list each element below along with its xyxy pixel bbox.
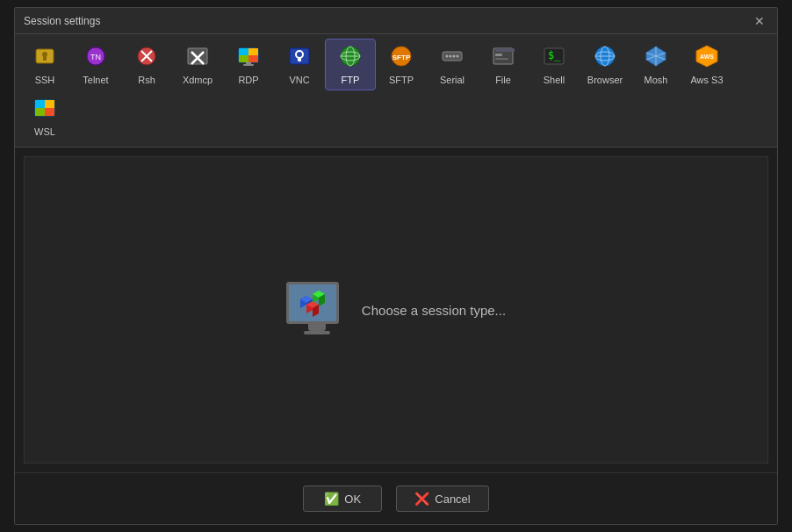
telnet-icon: TN	[83, 44, 108, 72]
toolbar-item-mosh[interactable]: Mosh	[630, 39, 681, 90]
wsl-label: WSL	[34, 126, 55, 137]
shell-label: Shell	[544, 75, 565, 85]
ok-button[interactable]: ✅ OK	[303, 485, 382, 512]
rsh-icon	[134, 44, 159, 72]
xdmcp-icon	[185, 44, 210, 72]
svg-rect-14	[239, 55, 248, 62]
vnc-label: VNC	[289, 75, 309, 85]
svg-rect-12	[239, 48, 248, 55]
svg-rect-34	[495, 54, 502, 56]
toolbar-item-xdmcp[interactable]: Xdmcp	[172, 39, 223, 90]
toolbar-item-telnet[interactable]: TNTelnet	[70, 39, 121, 90]
xdmcp-label: Xdmcp	[183, 75, 212, 85]
placeholder-text: Choose a session type...	[362, 303, 506, 318]
svg-text:$_: $_	[548, 49, 561, 61]
ok-icon: ✅	[324, 492, 339, 506]
session-settings-dialog: Session settings ✕ SSHTNTelnetRshXdmcpRD…	[14, 7, 778, 525]
wsl-icon	[32, 96, 57, 124]
svg-rect-8	[188, 48, 207, 64]
cancel-label: Cancel	[435, 492, 470, 506]
svg-rect-17	[243, 64, 254, 66]
toolbar-item-ftp[interactable]: FTP	[325, 39, 376, 90]
content-area: Choose a session type...	[24, 156, 768, 464]
browser-icon	[593, 44, 617, 72]
toolbar-item-vnc[interactable]: VNC	[274, 39, 325, 90]
svg-point-29	[450, 55, 452, 58]
rdp-icon	[236, 44, 261, 72]
toolbar-item-rdp[interactable]: RDP	[223, 39, 274, 90]
cancel-button[interactable]: ❌ Cancel	[396, 485, 488, 512]
sftp-icon: SFTP	[389, 44, 414, 72]
svg-rect-20	[298, 58, 301, 61]
toolbar-item-rsh[interactable]: Rsh	[121, 39, 172, 90]
rdp-label: RDP	[238, 75, 258, 85]
svg-rect-45	[35, 100, 45, 108]
placeholder: Choose a session type...	[286, 282, 506, 339]
file-label: File	[495, 75, 511, 85]
toolbar-item-ssh[interactable]: SSH	[19, 39, 70, 90]
svg-rect-15	[248, 55, 258, 62]
ftp-label: FTP	[342, 75, 360, 85]
svg-point-30	[453, 55, 456, 58]
mosh-label: Mosh	[644, 75, 668, 85]
svg-rect-47	[35, 108, 45, 116]
toolbar-item-awss3[interactable]: AWSAws S3	[681, 39, 732, 90]
toolbar-item-serial[interactable]: Serial	[427, 39, 478, 90]
svg-rect-2	[43, 56, 47, 61]
svg-point-31	[457, 55, 459, 58]
svg-rect-35	[495, 58, 508, 60]
ssh-label: SSH	[35, 75, 55, 85]
svg-rect-27	[443, 52, 462, 61]
svg-point-28	[446, 55, 449, 58]
svg-rect-33	[495, 48, 515, 52]
shell-icon: $_	[542, 44, 566, 72]
mosh-icon	[644, 44, 668, 72]
ssh-icon	[32, 44, 57, 72]
svg-rect-48	[45, 108, 54, 116]
footer: ✅ OK ❌ Cancel	[15, 472, 777, 524]
rsh-label: Rsh	[138, 75, 155, 85]
ftp-icon	[338, 44, 363, 72]
svg-rect-13	[248, 48, 258, 55]
telnet-label: Telnet	[83, 75, 108, 85]
toolbar: SSHTNTelnetRshXdmcpRDPVNCFTPSFTPSFTPSeri…	[15, 34, 777, 147]
vnc-icon	[287, 44, 312, 72]
svg-text:SFTP: SFTP	[392, 54, 411, 61]
svg-rect-46	[45, 100, 54, 108]
browser-label: Browser	[587, 75, 623, 85]
sftp-label: SFTP	[389, 75, 414, 85]
serial-label: Serial	[440, 75, 464, 85]
awss3-label: Aws S3	[690, 75, 723, 85]
title-bar: Session settings ✕	[15, 8, 777, 34]
serial-icon	[440, 44, 464, 72]
svg-text:AWS: AWS	[700, 54, 714, 60]
cancel-icon: ❌	[414, 492, 429, 506]
toolbar-item-file[interactable]: File	[478, 39, 529, 90]
session-type-icon	[286, 282, 348, 339]
svg-text:TN: TN	[90, 53, 101, 61]
toolbar-item-sftp[interactable]: SFTPSFTP	[376, 39, 427, 90]
ok-label: OK	[344, 492, 361, 506]
toolbar-item-shell[interactable]: $_Shell	[529, 39, 580, 90]
awss3-icon: AWS	[695, 44, 719, 72]
toolbar-item-browser[interactable]: Browser	[580, 39, 630, 90]
dialog-title: Session settings	[24, 15, 100, 27]
close-button[interactable]: ✕	[751, 13, 768, 29]
toolbar-item-wsl[interactable]: WSL	[19, 90, 70, 142]
file-icon	[491, 44, 515, 72]
